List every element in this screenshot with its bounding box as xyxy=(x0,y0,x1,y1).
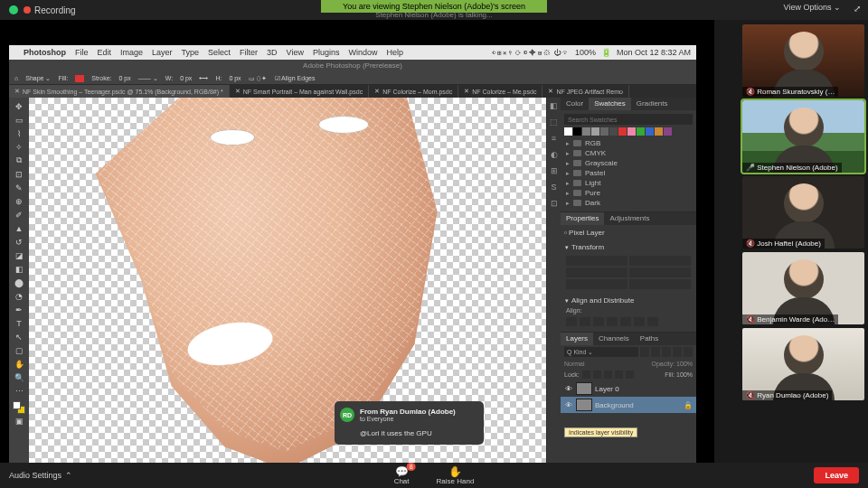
lock-pos-icon[interactable] xyxy=(604,371,612,379)
visibility-icon[interactable]: 👁 xyxy=(564,385,573,393)
layer-row[interactable]: 👁 Layer 0 xyxy=(561,380,696,397)
tab-gradients[interactable]: Gradients xyxy=(631,98,674,110)
fg-bg-colors[interactable] xyxy=(13,401,25,414)
swatch-folder[interactable]: Light xyxy=(564,178,693,188)
lock-all-icon[interactable] xyxy=(626,371,634,379)
video-tile[interactable]: 🔇 Benjamin Warde (Ado… xyxy=(742,252,864,324)
tab-adjustments[interactable]: Adjustments xyxy=(604,212,655,225)
swatch-folder[interactable]: Grayscale xyxy=(564,158,693,168)
swatch-folder[interactable]: CMYK xyxy=(564,148,693,158)
view-options-menu[interactable]: View Options ⌄ xyxy=(784,3,841,12)
swatch[interactable] xyxy=(591,127,599,136)
filter-pixel-icon[interactable] xyxy=(640,347,649,357)
heal-tool[interactable]: ⊕ xyxy=(11,194,27,208)
eraser-tool[interactable]: ◪ xyxy=(11,249,27,262)
stamp-tool[interactable]: ▲ xyxy=(11,221,27,235)
transform-flip[interactable] xyxy=(629,279,691,289)
panel-icon[interactable]: ⊡ xyxy=(551,199,558,208)
menu-3d[interactable]: 3D xyxy=(267,48,278,57)
transform-section[interactable]: Transform xyxy=(561,240,696,254)
filter-type-icon[interactable] xyxy=(662,347,671,357)
align-hcenter-icon[interactable] xyxy=(580,317,590,326)
doc-tab-4[interactable]: ✕ NF JPEG Artifact Remo xyxy=(542,85,629,98)
shape-select[interactable]: Shape ⌄ xyxy=(25,75,51,82)
shape-tool[interactable]: ▢ xyxy=(11,343,27,357)
menu-select[interactable]: Select xyxy=(208,48,231,57)
align-bottom-icon[interactable] xyxy=(634,317,645,326)
lock-trans-icon[interactable] xyxy=(582,371,590,379)
edit-toolbar[interactable]: ⋯ xyxy=(11,384,27,398)
gradient-tool[interactable]: ◧ xyxy=(11,262,27,276)
menu-file[interactable]: File xyxy=(75,48,89,57)
blur-tool[interactable]: ⬤ xyxy=(11,276,27,289)
layer-filter-kind[interactable]: Q Kind ⌄ xyxy=(564,347,638,357)
swatch[interactable] xyxy=(627,127,636,136)
screen-mode[interactable]: ▣ xyxy=(11,414,27,427)
stroke-width[interactable]: 0 px xyxy=(119,75,131,81)
move-tool[interactable]: ✥ xyxy=(11,99,27,113)
swatch[interactable] xyxy=(637,127,645,136)
align-top-icon[interactable] xyxy=(607,317,618,326)
align-edges-label[interactable]: Align Edges xyxy=(281,75,315,81)
swatch-folder[interactable]: Pastel xyxy=(564,168,693,178)
transform-y[interactable] xyxy=(629,267,691,277)
history-brush-tool[interactable]: ↺ xyxy=(11,235,27,249)
tab-channels[interactable]: Channels xyxy=(593,333,635,345)
layer-thumb[interactable] xyxy=(576,382,592,395)
home-icon[interactable]: ⌂ xyxy=(14,75,18,81)
swatch[interactable] xyxy=(600,127,609,136)
tab-swatches[interactable]: Swatches xyxy=(589,98,631,110)
video-tile[interactable]: 🔇 Josh Haftel (Adobe) xyxy=(742,176,864,249)
tab-color[interactable]: Color xyxy=(561,98,589,110)
video-tile[interactable]: 🎤 Stephen Nielson (Adobe) xyxy=(742,100,864,173)
fill-swatch[interactable] xyxy=(75,75,84,82)
frame-tool[interactable]: ⊡ xyxy=(11,167,27,181)
doc-tab-2[interactable]: ✕ NF Colorize – Mom.psdc xyxy=(369,85,458,98)
panel-icon[interactable]: S xyxy=(551,183,556,192)
align-vcenter-icon[interactable] xyxy=(620,317,631,326)
swatch[interactable] xyxy=(564,127,572,136)
swatch[interactable] xyxy=(618,127,627,136)
lasso-tool[interactable]: ⌇ xyxy=(11,127,27,140)
raise-hand-button[interactable]: ✋ Raise Hand xyxy=(437,465,475,485)
menu-layer[interactable]: Layer xyxy=(152,48,173,57)
leave-button[interactable]: Leave xyxy=(814,467,859,483)
zoom-tool[interactable]: 🔍 xyxy=(11,371,27,384)
swatch-folder[interactable]: Dark xyxy=(564,198,693,208)
swatch[interactable] xyxy=(655,127,663,136)
panel-icon[interactable]: ⬚ xyxy=(550,117,558,127)
tab-paths[interactable]: Paths xyxy=(635,333,664,345)
audio-settings-button[interactable]: Audio Settings ⌃ xyxy=(9,471,72,480)
transform-w[interactable] xyxy=(566,256,627,266)
swatch-folder[interactable]: Pure xyxy=(564,188,693,198)
align-left-icon[interactable] xyxy=(566,317,577,326)
doc-tab-3[interactable]: ✕ NF Colorize – Me.psdc xyxy=(458,85,542,98)
menu-view[interactable]: View xyxy=(287,48,304,57)
align-section[interactable]: Align and Distribute xyxy=(561,294,696,307)
swatch[interactable] xyxy=(573,127,581,136)
blend-mode[interactable]: Normal xyxy=(564,361,585,367)
pen-tool[interactable]: ✒ xyxy=(11,303,27,316)
swatch[interactable] xyxy=(582,127,590,136)
filter-smart-icon[interactable] xyxy=(684,347,693,357)
chat-button[interactable]: 💬 8 Chat xyxy=(394,465,410,485)
transform-x[interactable] xyxy=(629,256,691,266)
path-tool[interactable]: ↖ xyxy=(11,330,27,343)
swatch[interactable] xyxy=(664,127,672,136)
swatch-folder[interactable]: RGB xyxy=(564,138,693,148)
menu-type[interactable]: Type xyxy=(182,48,200,57)
video-tile[interactable]: 🔇 Roman Skuratovskiy (… xyxy=(742,24,864,97)
menu-image[interactable]: Image xyxy=(120,48,143,57)
transform-h[interactable] xyxy=(566,267,627,277)
swatch-search-input[interactable] xyxy=(564,114,693,125)
align-right-icon[interactable] xyxy=(593,317,604,326)
tab-layers[interactable]: Layers xyxy=(561,333,593,345)
panel-icon[interactable]: ◐ xyxy=(551,150,558,159)
brush-tool[interactable]: ✐ xyxy=(11,208,27,221)
menu-edit[interactable]: Edit xyxy=(98,48,112,57)
expand-icon[interactable]: ⤢ xyxy=(854,4,861,14)
video-tile[interactable]: 🔇 Ryan Dumlao (Adobe) xyxy=(742,328,864,400)
visibility-icon[interactable]: 👁 xyxy=(564,401,573,409)
panel-icon[interactable]: ≡ xyxy=(552,134,556,143)
chat-toast[interactable]: RD From Ryan Dumlao (Adobe) to Everyone … xyxy=(335,401,484,445)
